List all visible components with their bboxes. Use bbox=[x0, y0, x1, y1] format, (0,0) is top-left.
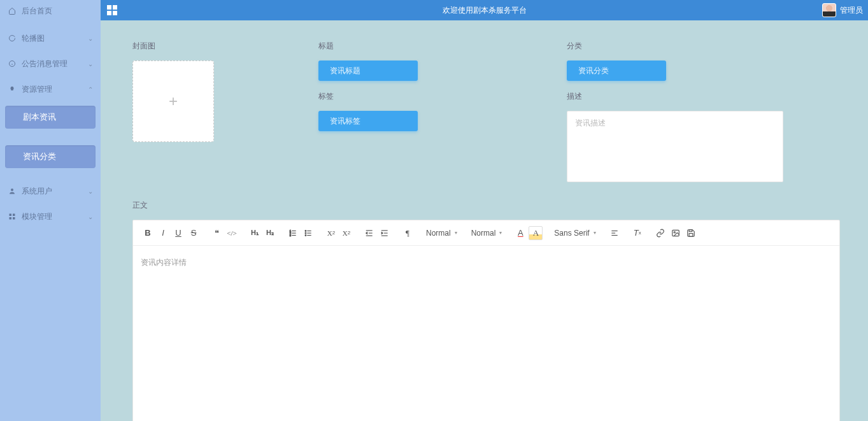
strike-button[interactable]: S bbox=[187, 226, 201, 240]
sidebar-item-users[interactable]: 系统用户 ⌄ bbox=[0, 178, 101, 204]
avatar bbox=[822, 3, 836, 17]
menu-grid-icon[interactable] bbox=[107, 5, 117, 15]
sidebar-item-home[interactable]: 后台首页 bbox=[0, 0, 101, 22]
svg-rect-4 bbox=[10, 214, 12, 217]
main: 欢迎使用剧本杀服务平台 管理员 封面图 + 标题 标签 bbox=[101, 0, 868, 421]
caret-icon: ▾ bbox=[594, 230, 596, 236]
body-label: 正文 bbox=[132, 200, 840, 211]
sidebar-home-label: 后台首页 bbox=[22, 6, 52, 17]
title-input[interactable] bbox=[318, 61, 418, 81]
caret-icon: ▾ bbox=[455, 230, 457, 236]
sidebar-sub-news-category[interactable]: 资讯分类 bbox=[5, 145, 96, 168]
chevron-down-icon: ⌄ bbox=[88, 213, 93, 220]
sidebar-item-resources[interactable]: 资源管理 ⌃ bbox=[0, 76, 101, 102]
subscript-button[interactable]: X2 bbox=[324, 226, 338, 240]
category-label: 分类 bbox=[567, 41, 840, 52]
grid-icon bbox=[8, 212, 17, 221]
svg-rect-31 bbox=[689, 233, 693, 236]
chevron-down-icon: ⌄ bbox=[88, 188, 93, 195]
direction-button[interactable]: ¶ bbox=[401, 226, 415, 240]
svg-rect-32 bbox=[689, 229, 692, 231]
link-button[interactable] bbox=[653, 226, 667, 240]
svg-point-17 bbox=[305, 230, 306, 231]
rich-editor: B I U S ❝ </> H₁ H₂ bbox=[132, 220, 840, 421]
bold-button[interactable]: B bbox=[141, 226, 155, 240]
save-button[interactable] bbox=[684, 226, 698, 240]
sidebar-sub-script-news[interactable]: 剧本资讯 bbox=[5, 106, 96, 129]
svg-rect-5 bbox=[13, 214, 15, 217]
superscript-button[interactable]: X2 bbox=[339, 226, 353, 240]
user-icon bbox=[8, 187, 17, 196]
sidebar-item-notices[interactable]: 公告消息管理 ⌄ bbox=[0, 51, 101, 76]
page-title: 欢迎使用剧本杀服务平台 bbox=[443, 5, 527, 16]
user-area[interactable]: 管理员 bbox=[822, 3, 863, 17]
indent-button[interactable] bbox=[378, 226, 392, 240]
font-select[interactable]: Sans Serif▾ bbox=[551, 229, 598, 238]
svg-rect-6 bbox=[10, 217, 12, 220]
underline-button[interactable]: U bbox=[171, 226, 185, 240]
topbar: 欢迎使用剧本杀服务平台 管理员 bbox=[101, 0, 868, 20]
sidebar-item-modules[interactable]: 模块管理 ⌄ bbox=[0, 204, 101, 229]
sidebar-item-carousel[interactable]: 轮播图 ⌄ bbox=[0, 25, 101, 51]
sidebar-item-label: 公告消息管理 bbox=[22, 59, 68, 69]
image-button[interactable] bbox=[669, 226, 683, 240]
svg-text:3: 3 bbox=[290, 233, 292, 236]
home-icon bbox=[8, 6, 17, 15]
tag-input[interactable] bbox=[318, 111, 418, 131]
bulb-icon bbox=[8, 85, 17, 94]
chevron-down-icon: ⌄ bbox=[88, 35, 93, 42]
content: 封面图 + 标题 标签 分类 描述 bbox=[101, 20, 868, 421]
blockquote-button[interactable]: ❝ bbox=[210, 226, 224, 240]
clear-format-button[interactable]: Tx bbox=[630, 226, 644, 240]
svg-point-30 bbox=[674, 231, 675, 232]
align-button[interactable] bbox=[608, 226, 622, 240]
user-role: 管理员 bbox=[840, 5, 863, 16]
svg-point-19 bbox=[305, 234, 306, 236]
tag-label: 标签 bbox=[318, 91, 567, 102]
outdent-button[interactable] bbox=[362, 226, 376, 240]
cover-upload[interactable]: + bbox=[132, 61, 214, 142]
refresh-icon bbox=[8, 34, 17, 43]
chevron-up-icon: ⌃ bbox=[88, 86, 93, 93]
svg-point-18 bbox=[305, 232, 306, 234]
h1-button[interactable]: H₁ bbox=[248, 226, 262, 240]
editor-body[interactable]: 资讯内容详情 bbox=[133, 246, 839, 421]
title-label: 标题 bbox=[318, 41, 567, 52]
sidebar-sub-label: 剧本资讯 bbox=[23, 111, 56, 123]
editor-toolbar: B I U S ❝ </> H₁ H₂ bbox=[133, 220, 839, 246]
size-select[interactable]: Normal▾ bbox=[423, 229, 460, 238]
sidebar: 后台首页 轮播图 ⌄ 公告消息管理 ⌄ 资源管理 ⌃ 剧本资讯 bbox=[0, 0, 101, 421]
sidebar-item-label: 资源管理 bbox=[22, 84, 52, 95]
chevron-down-icon: ⌄ bbox=[88, 61, 93, 68]
cover-label: 封面图 bbox=[132, 41, 318, 52]
svg-point-3 bbox=[11, 189, 13, 191]
sidebar-item-label: 系统用户 bbox=[22, 186, 52, 197]
text-color-button[interactable]: A bbox=[513, 226, 527, 240]
bullet-list-button[interactable] bbox=[301, 226, 315, 240]
h2-button[interactable]: H₂ bbox=[263, 226, 277, 240]
desc-label: 描述 bbox=[567, 91, 840, 102]
ordered-list-button[interactable]: 123 bbox=[286, 226, 300, 240]
info-icon bbox=[8, 59, 17, 68]
plus-icon: + bbox=[169, 92, 178, 110]
desc-textarea[interactable] bbox=[567, 111, 783, 182]
italic-button[interactable]: I bbox=[156, 226, 170, 240]
sidebar-item-label: 轮播图 bbox=[22, 33, 45, 44]
sidebar-sub-label: 资讯分类 bbox=[23, 151, 56, 162]
code-button[interactable]: </> bbox=[225, 226, 239, 240]
sidebar-item-label: 模块管理 bbox=[22, 211, 52, 222]
category-input[interactable] bbox=[567, 61, 666, 81]
svg-rect-7 bbox=[13, 217, 15, 220]
caret-icon: ▾ bbox=[499, 230, 502, 236]
header-select[interactable]: Normal▾ bbox=[469, 229, 505, 238]
bg-color-button[interactable]: A bbox=[529, 226, 543, 240]
